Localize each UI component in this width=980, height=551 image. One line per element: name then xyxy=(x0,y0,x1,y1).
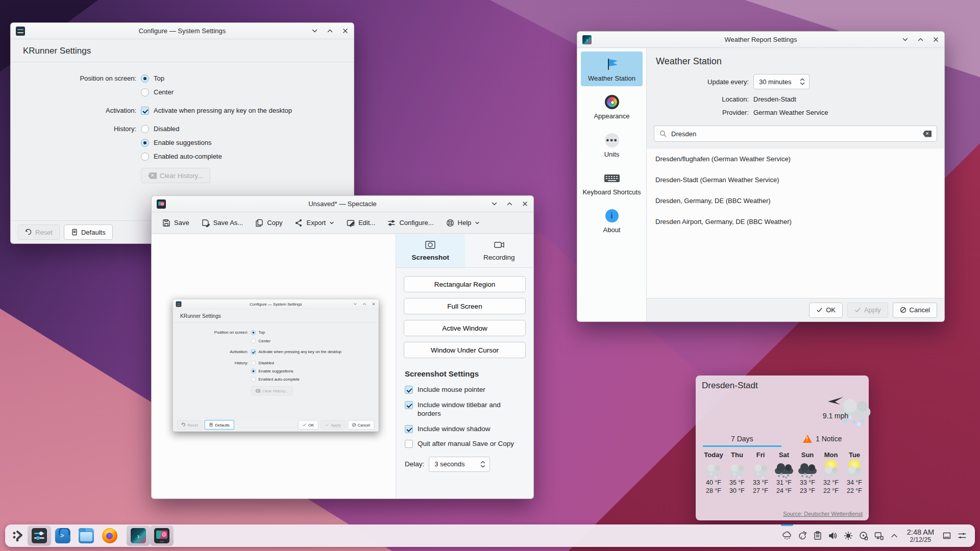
option-label[interactable]: Quit after manual Save or Copy xyxy=(418,439,514,448)
tray-volume-icon[interactable] xyxy=(825,524,841,547)
activation-checkbox-label[interactable]: Activate when pressing any key on the de… xyxy=(154,107,292,114)
tray-weather-icon[interactable] xyxy=(779,524,795,547)
activation-checkbox[interactable] xyxy=(141,107,149,115)
reset-button[interactable]: Reset xyxy=(177,420,202,430)
sidebar-item-about[interactable]: i About xyxy=(581,203,643,238)
quit-after-save-checkbox[interactable] xyxy=(405,440,413,448)
tray-disks-icon[interactable] xyxy=(856,524,871,547)
radio-suggestions-label[interactable]: Enable suggestions xyxy=(259,369,293,373)
tray-updates-icon[interactable] xyxy=(795,524,810,547)
option-label[interactable]: Include window titlebar and borders xyxy=(418,400,522,418)
radio-position-center[interactable] xyxy=(141,88,149,96)
radio-top-label[interactable]: Top xyxy=(259,330,265,335)
tray-expand-icon[interactable] xyxy=(887,524,902,547)
sidebar-item-appearance[interactable]: Appearance xyxy=(581,89,643,124)
radio-history-disabled[interactable] xyxy=(141,125,149,133)
export-button[interactable]: Export xyxy=(290,216,339,230)
configure-button[interactable]: Configure... xyxy=(383,216,438,230)
maximize-icon[interactable] xyxy=(917,36,924,43)
task-firefox[interactable] xyxy=(98,525,121,546)
radio-suggestions-label[interactable]: Enable suggestions xyxy=(154,139,211,146)
radio-position-center[interactable] xyxy=(251,338,256,343)
radio-history-autocomplete[interactable] xyxy=(251,377,256,382)
radio-center-label[interactable]: Center xyxy=(154,88,174,96)
minimize-icon[interactable] xyxy=(491,201,498,207)
edit-button[interactable]: Edit... xyxy=(342,216,380,230)
copy-button[interactable]: Copy xyxy=(251,216,287,230)
radio-position-top[interactable] xyxy=(141,74,149,83)
cancel-button[interactable]: Cancel xyxy=(893,303,937,318)
station-result-item[interactable]: Dresden-Stadt (German Weather Service) xyxy=(647,169,944,190)
close-icon[interactable] xyxy=(522,201,528,207)
clear-history-button[interactable]: ✕ Clear History... xyxy=(251,386,293,395)
full-screen-button[interactable]: Full Screen xyxy=(404,298,526,314)
radio-history-suggestions[interactable] xyxy=(141,139,149,147)
maximize-icon[interactable] xyxy=(506,201,513,207)
station-result-item[interactable]: Dresden, Germany, DE (BBC Weather) xyxy=(647,190,944,211)
krunner-titlebar[interactable]: Configure — System Settings xyxy=(11,23,354,39)
maximize-icon[interactable] xyxy=(362,302,366,306)
task-spectacle[interactable] xyxy=(150,525,174,546)
station-result-item[interactable]: Dresden Airport, Germany, DE (BBC Weathe… xyxy=(647,211,944,232)
radio-top-label[interactable]: Top xyxy=(154,74,164,82)
source-link[interactable]: Source: Deutscher Wetterdienst xyxy=(783,511,863,517)
radio-center-label[interactable]: Center xyxy=(259,338,271,343)
weather-titlebar[interactable]: › Weather Report Settings xyxy=(577,32,944,48)
minimize-icon[interactable] xyxy=(311,28,318,34)
sidebar-item-units[interactable]: ●●● Units xyxy=(581,128,643,162)
task-discover[interactable] xyxy=(51,525,75,546)
tab-screenshot[interactable]: Screenshot xyxy=(396,234,465,267)
ok-button[interactable]: OK xyxy=(809,303,843,318)
activation-checkbox-label[interactable]: Activate when pressing any key on the de… xyxy=(259,349,342,354)
cancel-button[interactable]: Cancel xyxy=(348,420,374,430)
radio-position-top[interactable] xyxy=(251,330,256,335)
task-plasmashell[interactable]: › xyxy=(127,525,150,546)
tab-7-days[interactable]: 7 Days xyxy=(702,431,782,447)
radio-history-disabled[interactable] xyxy=(251,360,256,365)
save-button[interactable]: Save xyxy=(158,216,194,230)
help-button[interactable]: Help xyxy=(442,216,485,230)
maximize-icon[interactable] xyxy=(327,28,333,34)
rectangular-region-button[interactable]: Rectangular Region xyxy=(404,276,526,292)
tab-notices[interactable]: 1 Notice xyxy=(782,431,863,447)
ok-button[interactable]: OK xyxy=(298,420,318,430)
clock[interactable]: 2:48 AM 2/12/25 xyxy=(902,528,939,543)
radio-autocomplete-label[interactable]: Enabled auto-complete xyxy=(154,153,222,160)
peek-desktop-button[interactable] xyxy=(954,524,970,547)
include-shadow-checkbox[interactable] xyxy=(405,425,413,433)
minimize-icon[interactable] xyxy=(353,302,357,306)
activation-checkbox[interactable] xyxy=(251,349,256,355)
tab-recording[interactable]: Recording xyxy=(465,234,534,267)
application-launcher-button[interactable] xyxy=(8,525,28,546)
sidebar-item-keyboard-shortcuts[interactable]: Keyboard Shortcuts xyxy=(581,165,643,200)
radio-history-autocomplete[interactable] xyxy=(141,153,149,161)
update-interval-spinbox[interactable]: 30 minutes xyxy=(753,74,810,89)
active-window-button[interactable]: Active Window xyxy=(404,320,526,336)
clear-history-button[interactable]: ✕ Clear History... xyxy=(141,168,210,183)
radio-history-suggestions[interactable] xyxy=(251,369,256,374)
task-system-settings[interactable] xyxy=(28,525,51,546)
close-icon[interactable] xyxy=(342,28,349,34)
tray-network-icon[interactable] xyxy=(871,524,887,547)
apply-button[interactable]: Apply xyxy=(321,420,345,430)
show-desktop-button[interactable] xyxy=(939,524,954,547)
search-input[interactable] xyxy=(671,130,918,138)
tray-brightness-icon[interactable] xyxy=(841,524,856,547)
save-as-button[interactable]: Save As... xyxy=(197,216,248,230)
close-icon[interactable] xyxy=(372,302,376,306)
defaults-button[interactable]: Defaults xyxy=(205,420,234,430)
sidebar-item-weather-station[interactable]: Weather Station xyxy=(581,52,643,86)
reset-button[interactable]: Reset xyxy=(18,224,60,240)
radio-disabled-label[interactable]: Disabled xyxy=(259,361,274,365)
include-titlebar-checkbox[interactable] xyxy=(405,401,413,409)
tray-clipboard-icon[interactable] xyxy=(810,524,825,547)
task-dolphin[interactable] xyxy=(75,525,98,546)
radio-autocomplete-label[interactable]: Enabled auto-complete xyxy=(259,377,300,382)
defaults-button[interactable]: Defaults xyxy=(64,224,113,240)
krunner-titlebar[interactable]: Configure — System Settings xyxy=(173,299,379,309)
minimize-icon[interactable] xyxy=(902,36,909,43)
close-icon[interactable] xyxy=(933,36,939,43)
option-label[interactable]: Include window shadow xyxy=(418,424,491,434)
delay-spinbox[interactable]: 3 seconds xyxy=(429,457,490,472)
station-result-item[interactable]: Dresden/flughafen (German Weather Servic… xyxy=(647,148,944,169)
